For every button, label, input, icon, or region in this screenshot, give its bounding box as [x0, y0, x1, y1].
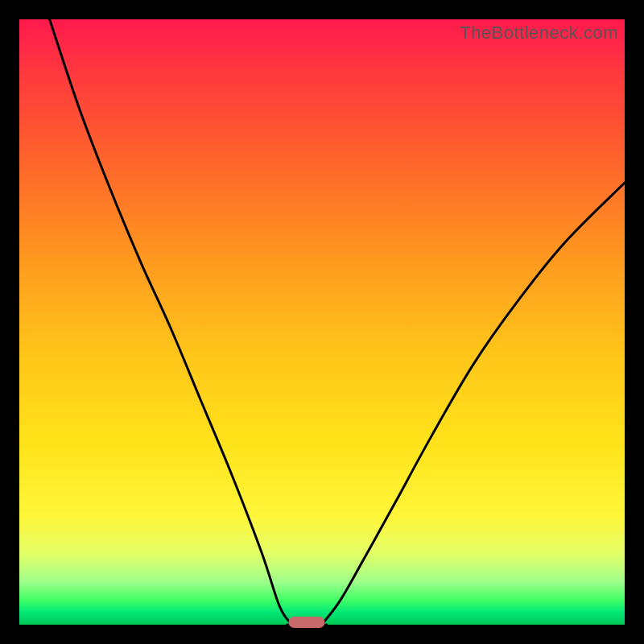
optimal-marker [289, 617, 325, 628]
bottleneck-curve [19, 19, 625, 625]
chart-frame: TheBottleneck.com [0, 0, 644, 644]
curve-path [50, 19, 625, 626]
chart-plot-area: TheBottleneck.com [19, 19, 625, 625]
